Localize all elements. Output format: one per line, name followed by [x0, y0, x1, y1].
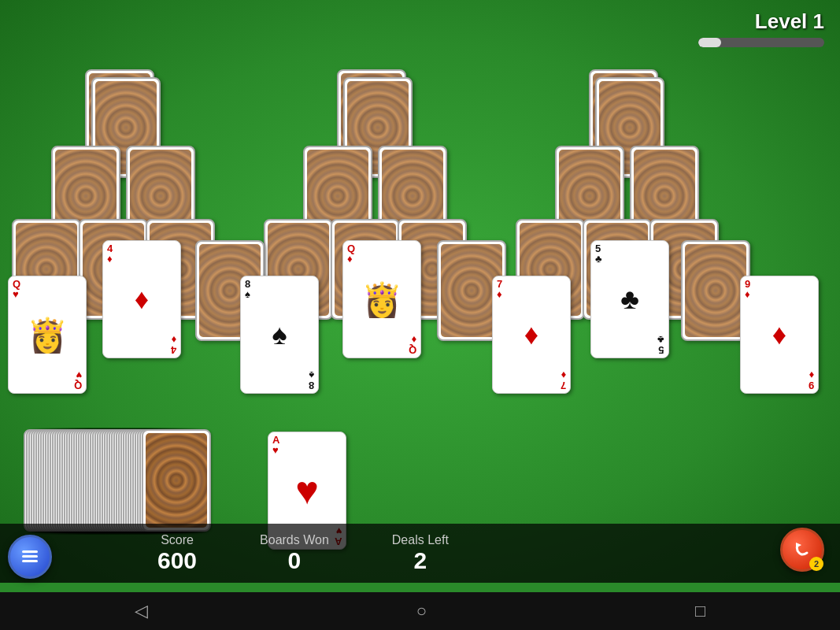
deals-left-label: Deals Left — [392, 533, 449, 547]
boards-won-value: 0 — [260, 547, 329, 574]
score-value: 600 — [157, 547, 197, 574]
score-group: Score 600 — [157, 533, 197, 574]
card-rank: 7♦ — [497, 279, 502, 299]
boards-won-group: Boards Won 0 — [260, 533, 329, 574]
undo-icon — [791, 539, 813, 561]
undo-count: 2 — [809, 557, 823, 571]
score-label: Score — [157, 533, 197, 547]
card-center-symbol: ♦ — [772, 321, 786, 349]
undo-button[interactable]: 2 — [780, 528, 824, 572]
card-8-spades[interactable]: 8♠ ♠ 8♠ — [240, 276, 319, 394]
progress-bar-container — [698, 38, 824, 47]
card-center-symbol: ♠ — [272, 321, 287, 349]
svg-rect-2 — [22, 560, 38, 562]
menu-button[interactable] — [8, 535, 52, 579]
level-text: Level 1 — [755, 9, 824, 33]
menu-icon — [19, 546, 41, 568]
card-rank-br: Q♥ — [74, 370, 82, 391]
card-rank: 8♠ — [245, 279, 250, 299]
card-rank: 5♣ — [595, 243, 602, 264]
deals-left-group: Deals Left 2 — [392, 533, 449, 574]
deals-left-value: 2 — [392, 547, 449, 574]
progress-bar-fill — [698, 38, 721, 47]
card-9-diamonds[interactable]: 9♦ ♦ 9♦ — [740, 276, 819, 394]
card-7-diamonds[interactable]: 7♦ ♦ 7♦ — [492, 276, 571, 394]
deal-pile-card — [142, 429, 211, 532]
card-center-symbol: ♥ — [295, 471, 319, 510]
nav-back[interactable]: ◁ — [135, 601, 148, 621]
svg-rect-1 — [22, 555, 38, 558]
card-rank-br: 9♦ — [809, 370, 814, 391]
deal-pile[interactable] — [24, 429, 94, 536]
card-rank: A♥ — [272, 435, 279, 455]
nav-recent[interactable]: □ — [695, 601, 705, 621]
card-center-symbol: ♦ — [524, 321, 538, 349]
stats-bar: Score 600 Boards Won 0 Deals Left 2 2 — [0, 524, 840, 583]
game-area: Level 1 Q♥ 👸 Q♥ 4♦ ♦ 4♦ — [0, 0, 840, 583]
card-rank-br: 7♦ — [561, 370, 566, 391]
card-rank-br: Q♦ — [409, 335, 416, 355]
card-rank-br: 4♦ — [171, 335, 176, 355]
card-center-symbol: ♦ — [135, 285, 149, 313]
nav-home[interactable]: ○ — [416, 601, 427, 621]
card-queen-hearts[interactable]: Q♥ 👸 Q♥ — [8, 276, 87, 394]
level-display: Level 1 — [755, 9, 824, 34]
card-5-clubs[interactable]: 5♣ ♣ 5♣ — [590, 240, 669, 358]
boards-won-label: Boards Won — [260, 533, 329, 547]
card-rank-br: 5♣ — [657, 335, 664, 355]
svg-marker-3 — [796, 543, 801, 548]
nav-bar: ◁ ○ □ — [0, 592, 840, 630]
card-rank-br: 8♠ — [309, 370, 314, 391]
svg-rect-0 — [22, 550, 38, 553]
card-center-symbol: ♣ — [620, 285, 639, 313]
card-4-diamonds[interactable]: 4♦ ♦ 4♦ — [102, 240, 181, 358]
card-rank: 9♦ — [745, 279, 750, 299]
card-queen-diamonds[interactable]: Q♦ 👸 Q♦ — [342, 240, 421, 358]
card-rank: 4♦ — [107, 243, 113, 264]
